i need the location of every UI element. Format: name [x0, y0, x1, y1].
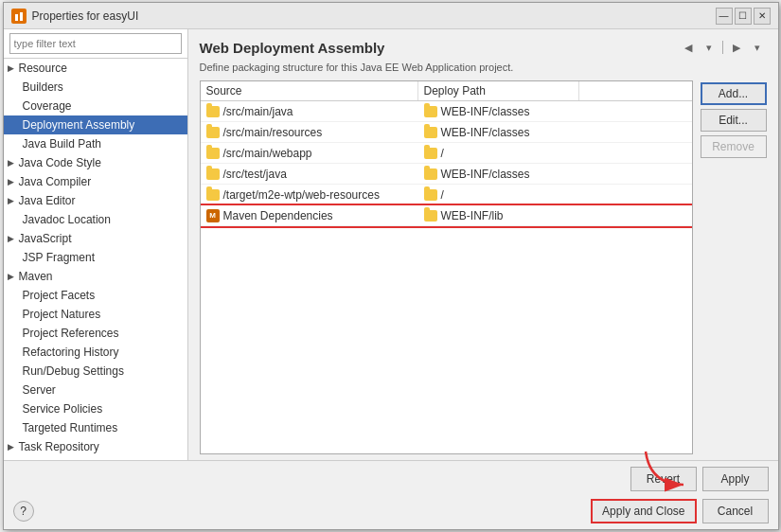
table-section: Source Deploy Path /src/main/javaWEB-INF… — [200, 80, 767, 454]
sidebar: ▶ ResourceBuildersCoverageDeployment Ass… — [4, 29, 188, 460]
column-source: Source — [201, 81, 418, 100]
remove-button[interactable]: Remove — [701, 135, 767, 158]
expand-arrow: ▶ — [8, 63, 19, 73]
svg-rect-2 — [20, 12, 23, 21]
sidebar-item-task-repository[interactable]: ▶ Task Repository — [4, 437, 187, 456]
sidebar-item-label: Coverage — [23, 99, 72, 113]
table-row[interactable]: /src/main/webapp/ — [201, 143, 692, 164]
add-button[interactable]: Add... — [701, 82, 767, 105]
filter-input[interactable] — [9, 33, 182, 54]
cell-deploy-path: WEB-INF/classes — [418, 124, 579, 141]
cell-source: /target/m2e-wtp/web-resources — [201, 186, 418, 204]
sidebar-item-label: Java Compiler — [19, 175, 92, 188]
sidebar-item-builders[interactable]: Builders — [4, 78, 187, 97]
content-area: Web Deployment Assembly ◀ ▾ ▶ ▾ Define p… — [188, 29, 778, 460]
sidebar-item-java-editor[interactable]: ▶ Java Editor — [4, 191, 187, 210]
cell-source: /src/test/java — [201, 166, 418, 183]
sidebar-item-resource[interactable]: ▶ Resource — [4, 59, 187, 78]
folder-icon — [206, 106, 220, 117]
expand-arrow: ▶ — [8, 234, 19, 243]
sidebar-item-java-compiler[interactable]: ▶ Java Compiler — [4, 172, 187, 191]
table-row[interactable]: /target/m2e-wtp/web-resources/ — [201, 185, 692, 205]
sidebar-item-label: Refactoring History — [23, 346, 119, 359]
sidebar-item-label: Run/Debug Settings — [23, 364, 124, 378]
sidebar-item-project-facets[interactable]: Project Facets — [4, 286, 187, 305]
sidebar-item-label: Service Policies — [23, 402, 103, 416]
sidebar-item-targeted-runtimes[interactable]: Targeted Runtimes — [4, 418, 187, 437]
nav-dropdown-button[interactable]: ▾ — [700, 39, 719, 56]
folder-icon — [206, 148, 220, 159]
sidebar-item-label: JSP Fragment — [23, 251, 95, 264]
dialog-body: ▶ ResourceBuildersCoverageDeployment Ass… — [4, 29, 778, 460]
title-bar: Properties for easyUI — ☐ ✕ — [4, 3, 778, 29]
cell-source: /src/main/webapp — [201, 145, 418, 162]
sidebar-item-label: Java Build Path — [23, 137, 101, 151]
sidebar-item-label: Java Editor — [19, 194, 76, 207]
folder-icon — [424, 148, 437, 159]
minimize-button[interactable]: — — [716, 8, 733, 25]
sidebar-item-coverage[interactable]: Coverage — [4, 97, 187, 115]
table-row[interactable]: /src/test/javaWEB-INF/classes — [201, 164, 692, 185]
sidebar-item-project-references[interactable]: Project References — [4, 324, 187, 343]
sidebar-item-run-debug-settings[interactable]: Run/Debug Settings — [4, 362, 187, 381]
nav-buttons: ◀ ▾ ▶ ▾ — [679, 39, 767, 56]
content-title: Web Deployment Assembly — [200, 40, 385, 56]
sidebar-item-label: Java Code Style — [19, 156, 101, 169]
nav-forward-button[interactable]: ▶ — [727, 39, 746, 56]
dialog-icon — [11, 9, 27, 24]
expand-arrow: ▶ — [8, 442, 19, 452]
sidebar-item-java-code-style[interactable]: ▶ Java Code Style — [4, 153, 187, 172]
cell-source: /src/main/java — [201, 103, 418, 120]
help-button[interactable]: ? — [13, 501, 34, 522]
folder-icon — [424, 189, 437, 201]
sidebar-item-java-build-path[interactable]: Java Build Path — [4, 134, 187, 153]
expand-arrow: ▶ — [8, 177, 19, 186]
table-header: Source Deploy Path — [201, 81, 692, 101]
properties-dialog: Properties for easyUI — ☐ ✕ ▶ ResourceBu… — [3, 2, 779, 530]
sidebar-item-label: Server — [23, 383, 56, 397]
sidebar-item-refactoring-history[interactable]: Refactoring History — [4, 343, 187, 362]
sidebar-item-label: Javadoc Location — [23, 213, 111, 226]
cell-source: MMaven Dependencies — [201, 207, 418, 224]
sidebar-item-project-natures[interactable]: Project Natures — [4, 305, 187, 324]
bottom-row1: Revert Apply — [4, 461, 778, 495]
cell-deploy-path: / — [418, 186, 579, 204]
folder-icon — [424, 168, 437, 180]
sidebar-item-jsp-fragment[interactable]: JSP Fragment — [4, 248, 187, 267]
cell-source: /src/main/resources — [201, 124, 418, 141]
apply-button[interactable]: Apply — [702, 467, 769, 491]
folder-icon — [424, 106, 437, 117]
sidebar-item-maven[interactable]: ▶ Maven — [4, 267, 187, 286]
cancel-button[interactable]: Cancel — [702, 499, 769, 523]
cell-deploy-path: WEB-INF/classes — [418, 166, 579, 183]
nav-back-button[interactable]: ◀ — [679, 39, 698, 56]
description: Define packaging structure for this Java… — [200, 62, 767, 73]
folder-icon — [206, 127, 220, 138]
dialog-title: Properties for easyUI — [32, 9, 716, 23]
sidebar-item-label: Project Facets — [23, 289, 96, 302]
table-row[interactable]: /src/main/resourcesWEB-INF/classes — [201, 122, 692, 143]
right-buttons: Add... Edit... Remove — [701, 80, 767, 454]
close-button[interactable]: ✕ — [754, 8, 771, 25]
sidebar-item-server[interactable]: Server — [4, 381, 187, 399]
maximize-button[interactable]: ☐ — [735, 8, 752, 25]
table-row[interactable]: MMaven DependenciesWEB-INF/lib — [201, 205, 692, 226]
sidebar-item-javadoc-location[interactable]: Javadoc Location — [4, 210, 187, 229]
cell-deploy-path: / — [418, 145, 579, 162]
folder-icon — [206, 189, 220, 201]
sidebar-item-javascript[interactable]: ▶ JavaScript — [4, 229, 187, 248]
nav-forward-dropdown-button[interactable]: ▾ — [748, 39, 767, 56]
revert-button[interactable]: Revert — [630, 467, 697, 491]
apply-close-button[interactable]: Apply and Close — [591, 499, 696, 523]
sidebar-item-label: Builders — [23, 80, 63, 94]
window-controls: — ☐ ✕ — [716, 8, 771, 25]
folder-icon — [424, 210, 437, 222]
table-row[interactable]: /src/main/javaWEB-INF/classes — [201, 101, 692, 122]
sidebar-list: ▶ ResourceBuildersCoverageDeployment Ass… — [4, 59, 187, 460]
cell-deploy-path: WEB-INF/lib — [418, 207, 579, 224]
sidebar-item-service-policies[interactable]: Service Policies — [4, 399, 187, 418]
table-body: /src/main/javaWEB-INF/classes/src/main/r… — [201, 101, 692, 453]
sidebar-item-deployment-assembly[interactable]: Deployment Assembly — [4, 115, 187, 134]
folder-icon — [206, 168, 220, 180]
edit-button[interactable]: Edit... — [701, 109, 767, 132]
